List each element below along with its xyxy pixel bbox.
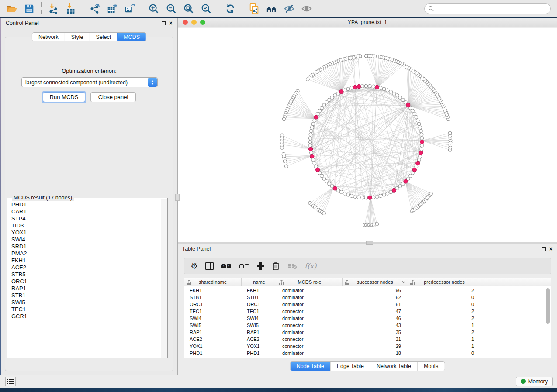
search-field[interactable] (424, 3, 551, 14)
table-panel-header: Table Panel × (178, 244, 557, 254)
table-cell: PHD1 (184, 350, 242, 357)
select-stepper-icon (148, 78, 157, 87)
list-item[interactable]: STB1 (11, 292, 161, 299)
table-cell: 0 (408, 301, 481, 308)
column-header-name[interactable]: name (242, 278, 277, 286)
table-row[interactable]: TEC1TEC1connector472 (184, 308, 544, 315)
list-item[interactable]: SRD1 (11, 243, 161, 250)
save-session-icon[interactable] (23, 2, 36, 15)
list-item[interactable]: CAR1 (11, 208, 161, 215)
tab-node-table[interactable]: Node Table (291, 362, 330, 371)
close-panel-button[interactable]: Close panel (90, 92, 136, 102)
delete-table-icon[interactable] (287, 261, 297, 272)
network-canvas[interactable] (178, 28, 557, 242)
table-scrollbar-thumb[interactable] (546, 288, 550, 324)
table-cell: dominator (277, 350, 343, 357)
list-item[interactable]: TID3 (11, 222, 161, 229)
list-item[interactable]: STB5 (11, 271, 161, 278)
table-scrollbar[interactable] (544, 287, 551, 358)
table-settings-icon[interactable]: ⚙ (190, 261, 198, 272)
list-item[interactable]: PMA2 (11, 250, 161, 257)
tab-network[interactable]: Network (32, 33, 65, 41)
column-header-shared-name[interactable]: shared name (184, 278, 242, 286)
tab-mcds[interactable]: MCDS (117, 33, 146, 41)
open-file-icon[interactable] (5, 2, 18, 15)
search-input[interactable] (436, 4, 550, 13)
first-neighbors-icon[interactable] (265, 2, 278, 15)
table-toolbar: ⚙ f(x) (184, 258, 551, 274)
list-item[interactable]: STP4 (11, 215, 161, 222)
list-item[interactable]: ORC1 (11, 278, 161, 285)
table-row[interactable]: PHD1PHD1dominator180 (184, 350, 544, 357)
table-cell: SWI4 (184, 315, 242, 322)
vertical-splitter-handle[interactable] (175, 194, 180, 201)
select-all-columns-icon[interactable] (221, 261, 232, 272)
close-panel-icon[interactable]: × (169, 21, 173, 25)
list-item[interactable]: YOX1 (11, 229, 161, 236)
horizontal-splitter-handle[interactable] (366, 241, 373, 245)
table-cell: 43 (343, 322, 408, 329)
mcds-list-scrollbar[interactable] (161, 199, 167, 358)
hide-selected-icon[interactable] (283, 2, 296, 15)
list-item[interactable]: ACE2 (11, 264, 161, 271)
tab-style[interactable]: Style (65, 33, 90, 41)
table-cell: 2 (408, 308, 481, 315)
table-row[interactable]: RAP1RAP1dominator352 (184, 329, 544, 336)
table-header-row: shared namenameMCDS rolesuccessor nodesp… (184, 278, 551, 286)
clone-network-icon[interactable] (248, 2, 261, 15)
run-mcds-button[interactable]: Run MCDS (43, 92, 85, 102)
list-item[interactable]: TEC1 (11, 306, 161, 313)
table-row[interactable]: STB1STB1dominator620 (184, 294, 544, 301)
tab-edge-table[interactable]: Edge Table (330, 362, 370, 371)
list-item[interactable]: GCR1 (11, 313, 161, 320)
import-network-icon[interactable] (47, 2, 60, 15)
memory-button[interactable]: Memory (516, 377, 553, 386)
column-header-MCDS-role[interactable]: MCDS role (277, 278, 343, 286)
column-layout-icon[interactable] (205, 261, 214, 272)
zoom-fit-icon[interactable] (182, 2, 195, 15)
float-panel-icon[interactable] (542, 247, 546, 251)
float-panel-icon[interactable] (162, 21, 166, 25)
show-all-icon[interactable] (300, 2, 313, 15)
table-row[interactable]: YOX1YOX1connector291 (184, 343, 544, 350)
export-network-icon[interactable] (88, 2, 101, 15)
table-row[interactable]: ACE2ACE2connector311 (184, 336, 544, 343)
zoom-out-icon[interactable] (165, 2, 178, 15)
tab-network-table[interactable]: Network Table (370, 362, 417, 371)
table-cell: connector (277, 343, 343, 350)
criterion-selected-value: largest connected component (undirected) (22, 79, 148, 86)
table-cell: connector (277, 322, 343, 329)
table-cell: SWI4 (242, 315, 277, 322)
task-history-button[interactable] (5, 377, 16, 386)
list-item[interactable]: SWI5 (11, 299, 161, 306)
export-image-icon[interactable] (123, 2, 136, 15)
export-table-icon[interactable] (106, 2, 119, 15)
table-row[interactable]: SWI4SWI4dominator462 (184, 315, 544, 322)
table-cell: ORC1 (184, 301, 242, 308)
delete-column-icon[interactable] (272, 261, 280, 272)
close-panel-icon[interactable]: × (549, 247, 553, 251)
zoom-selected-icon[interactable] (200, 2, 213, 15)
list-item[interactable]: FKH1 (11, 257, 161, 264)
refresh-icon[interactable] (224, 2, 237, 15)
import-table-icon[interactable] (64, 2, 77, 15)
column-header-predecessor-nodes[interactable]: predecessor nodes (408, 278, 481, 286)
unselect-all-columns-icon[interactable] (239, 261, 249, 272)
table-row[interactable]: FKH1FKH1dominator962 (184, 287, 544, 294)
table-cell: FKH1 (242, 287, 277, 294)
list-item[interactable]: PHD1 (11, 201, 161, 208)
table-row[interactable]: ORC1ORC1dominator610 (184, 301, 544, 308)
table-cell: 46 (343, 315, 408, 322)
add-column-icon[interactable] (257, 261, 264, 272)
tab-select[interactable]: Select (90, 33, 118, 41)
function-builder-icon[interactable]: f(x) (304, 261, 316, 272)
column-header-successor-nodes[interactable]: successor nodes (343, 278, 408, 286)
table-row[interactable]: SWI5SWI5connector431 (184, 322, 544, 329)
criterion-select[interactable]: largest connected component (undirected) (21, 77, 158, 87)
list-item[interactable]: RAP1 (11, 285, 161, 292)
tab-motifs[interactable]: Motifs (417, 362, 444, 371)
network-graph[interactable] (178, 28, 557, 242)
search-icon (428, 6, 434, 11)
zoom-in-icon[interactable] (147, 2, 160, 15)
list-item[interactable]: SWI4 (11, 236, 161, 243)
